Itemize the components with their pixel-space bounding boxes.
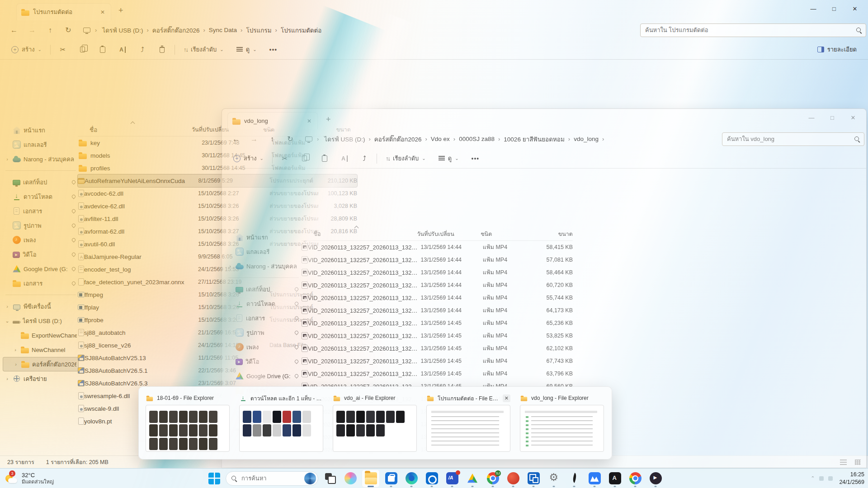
file-row[interactable]: VID_20260113_132257_20260113_132919_9...… [302, 253, 573, 266]
back-icon[interactable]: ← [6, 26, 22, 34]
forward-icon[interactable]: → [24, 26, 40, 34]
column-size[interactable]: ขนาด [534, 230, 573, 239]
column-name[interactable]: ชื่อ [78, 125, 192, 135]
sidebar-item[interactable]: เอกสาร [3, 276, 79, 291]
close-button[interactable]: ✕ [844, 3, 865, 15]
new-tab-button[interactable]: + [118, 6, 123, 14]
file-row[interactable]: VID_20260113_132257_20260113_132919_9...… [302, 266, 573, 279]
sidebar-item[interactable]: Google Drive (G: [226, 369, 302, 383]
breadcrumb-item[interactable]: 0000SJ za88 [456, 135, 497, 143]
more-button[interactable]: ••• [265, 43, 282, 56]
sidebar-item[interactable]: วิดีโอ [226, 354, 302, 369]
up-icon[interactable]: ↑ [264, 135, 280, 143]
taskbar-chrome-profile-button[interactable]: SJ [484, 469, 502, 488]
taskbar-m-app-button[interactable] [585, 469, 604, 488]
taskbar-file-explorer-button[interactable] [362, 469, 380, 488]
taskbar-edge-button[interactable] [402, 469, 420, 488]
tab-close-icon[interactable]: ✕ [306, 118, 313, 124]
share-button[interactable]: ⤴ [357, 152, 372, 165]
sidebar-item[interactable]: แกลเลอรี [3, 137, 79, 152]
forward-icon[interactable]: → [246, 135, 262, 143]
window-thumbnail[interactable] [239, 405, 323, 452]
search-icon[interactable] [854, 136, 860, 142]
chevron-right-icon[interactable]: › [5, 156, 10, 162]
window-thumbnail[interactable] [520, 405, 604, 452]
sidebar-item[interactable]: › คอร์สติ๊กต๊อก2026 [3, 357, 79, 371]
sidebar-item[interactable]: › Narong - ส่วนบุคคล [226, 259, 302, 273]
paste-button[interactable] [317, 152, 332, 165]
taskbar-settings-button[interactable] [545, 469, 563, 488]
sidebar-item[interactable]: รูปภาพ [3, 218, 79, 233]
sidebar-item[interactable]: หน้าแรก [226, 230, 302, 244]
close-icon[interactable]: ✕ [503, 394, 510, 402]
sidebar-item[interactable]: เดสก์ท็อป [3, 175, 79, 189]
sort-button[interactable]: ↑↓ เรียงลำดับ ⌄ [179, 42, 228, 57]
sidebar-item[interactable]: › เครือข่าย [3, 371, 79, 386]
file-row[interactable]: VID_20260113_132257_20260113_132919_9...… [302, 342, 573, 355]
breadcrumb-item[interactable]: โปรแกรม [243, 24, 274, 36]
sidebar-item[interactable]: เอกสาร [3, 204, 79, 218]
breadcrumb-item[interactable]: Vdo ex [428, 135, 453, 143]
close-button[interactable]: ✕ [843, 112, 863, 124]
more-button[interactable]: ••• [467, 152, 484, 165]
refresh-icon[interactable]: ↻ [283, 135, 298, 143]
breadcrumb-item[interactable]: vdo_long [571, 135, 601, 143]
breadcrumb-item[interactable]: คอร์สติ๊กต๊อก2026 [372, 133, 425, 145]
paste-button[interactable] [95, 43, 110, 56]
up-icon[interactable]: ↑ [42, 26, 58, 34]
breadcrumb-item[interactable]: ไดรฟ์ USB (D:) [99, 24, 146, 36]
copy-button[interactable] [75, 43, 90, 56]
sidebar-item[interactable]: รูปภาพ [226, 325, 302, 340]
new-tab-button[interactable]: + [326, 115, 331, 123]
maximize-button[interactable]: □ [824, 3, 844, 15]
taskbar-chrome-button[interactable] [626, 469, 644, 488]
taskbar-task-view-button[interactable] [321, 469, 339, 488]
minimize-button[interactable]: — [801, 112, 822, 124]
window-thumbnail[interactable] [426, 405, 510, 452]
taskbar-dev-windows-button[interactable] [524, 469, 542, 488]
sidebar-item[interactable]: เพลง [226, 340, 302, 354]
sidebar-item[interactable]: ดาวน์โหลด [3, 189, 79, 204]
chevron-down-icon[interactable]: ⌄ [5, 318, 10, 324]
taskbar-preview-card[interactable]: ดาวน์โหลด และอีก 1 แท็บ - Fil... [236, 390, 326, 455]
taskbar-preview-card[interactable]: 18-01-69 - File Explorer [142, 390, 233, 455]
new-button[interactable]: + สร้าง ⌄ [7, 42, 46, 57]
chevron-right-icon[interactable]: › [5, 376, 10, 381]
search-icon[interactable] [856, 28, 862, 33]
sidebar-item[interactable]: Google Drive (G: [3, 262, 79, 276]
minimize-button[interactable]: — [803, 3, 824, 15]
tab-close-icon[interactable]: ✕ [99, 9, 106, 15]
copy-button[interactable] [297, 152, 312, 165]
cut-button[interactable]: ✂ [277, 152, 292, 165]
search-input[interactable] [722, 132, 864, 146]
file-row[interactable]: VID_20260113_132257_20260113_132919_9...… [302, 367, 573, 380]
file-row[interactable]: VID_20260113_132257_20260113_132919_9...… [302, 241, 573, 253]
chevron-right-icon[interactable]: › [227, 263, 233, 269]
window-thumbnail[interactable] [146, 405, 230, 452]
breadcrumb-item[interactable]: Sync Data [206, 26, 240, 34]
breadcrumb-item[interactable]: คอร์สติ๊กต๊อก2026 [150, 24, 203, 36]
search-input[interactable] [640, 23, 866, 37]
taskbar-outlook-button[interactable] [423, 469, 441, 488]
file-row[interactable]: VID_20260113_132257_20260113_132919_9...… [302, 329, 573, 342]
tab-active[interactable]: โปรแกรมตัดต่อ ✕ [16, 3, 111, 20]
rename-button[interactable]: A [337, 152, 352, 165]
taskbar-preview-card[interactable]: โปรแกรมตัดต่อ - File Explorer ✕ [423, 390, 514, 455]
cut-button[interactable]: ✂ [55, 43, 71, 56]
new-button[interactable]: + สร้าง ⌄ [229, 151, 268, 166]
chevron-right-icon[interactable]: › [13, 361, 19, 367]
window-thumbnail[interactable] [333, 405, 417, 452]
chevron-right-icon[interactable]: › [13, 347, 18, 352]
taskbar-search-input[interactable] [241, 474, 290, 482]
file-row[interactable]: VID_20260113_132257_20260113_132919_9...… [302, 355, 573, 367]
refresh-icon[interactable]: ↻ [61, 26, 76, 34]
taskbar-a-app-button[interactable] [606, 469, 624, 488]
rename-button[interactable]: A [115, 43, 130, 56]
taskbar-clock[interactable]: 16:25 24/1/2569 [839, 471, 864, 486]
sidebar-item[interactable]: เดสก์ท็อป [226, 282, 302, 296]
sidebar-item[interactable]: หน้าแรก [3, 123, 79, 137]
sidebar-item[interactable]: เพลง [3, 233, 79, 247]
sidebar-item[interactable]: › NewChannel [3, 343, 79, 357]
maximize-button[interactable]: □ [822, 112, 843, 124]
breadcrumb-item[interactable]: โปรแกรมตัดต่อ [278, 24, 325, 36]
